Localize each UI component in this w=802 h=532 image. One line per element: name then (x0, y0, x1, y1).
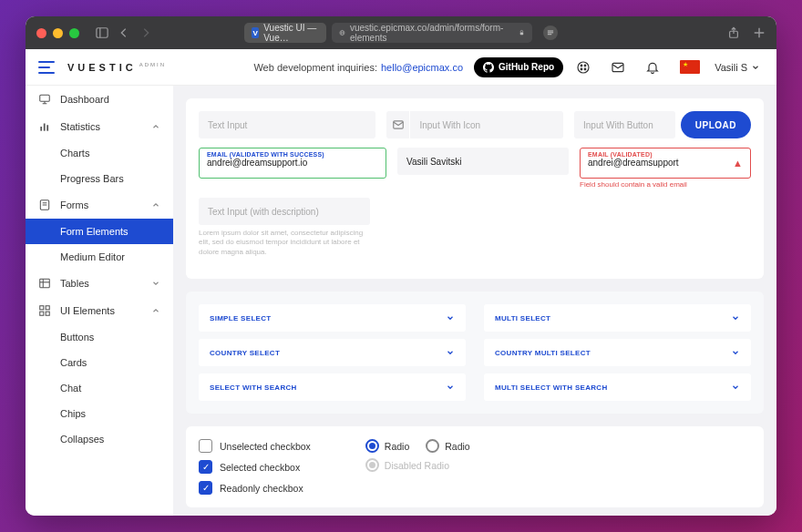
selects-card: SIMPLE SELECT MULTI SELECT COUNTRY SELEC… (186, 292, 764, 414)
multi-select-with-search[interactable]: MULTI SELECT WITH SEARCH (484, 373, 751, 401)
svg-rect-19 (40, 95, 50, 101)
checkbox-readonly[interactable]: ✓Readonly checkbox (199, 481, 311, 495)
sidebar-toggle-icon[interactable] (96, 26, 108, 39)
reader-icon[interactable] (543, 26, 558, 40)
browser-tab-2[interactable]: vuestic.epicmax.co/admin/forms/form-elem… (332, 23, 532, 43)
language-flag[interactable] (680, 60, 700, 74)
logo: VUESTICADMIN (67, 62, 166, 73)
sidebar-item-chat[interactable]: Chat (26, 375, 173, 401)
bars-icon (38, 120, 51, 133)
chevron-down-icon (151, 279, 160, 288)
browser-tab-1[interactable]: V Vuestic UI — Vue… (244, 23, 326, 43)
chevron-down-icon (731, 348, 740, 357)
inquiry-email-link[interactable]: hello@epicmax.co (381, 62, 463, 73)
sidebar-item-dashboard[interactable]: Dashboard (26, 86, 173, 113)
name-input[interactable] (397, 148, 569, 175)
country-select[interactable]: COUNTRY SELECT (199, 339, 466, 366)
checks-card: Unselected checkbox ✓Selected checkbox ✓… (186, 426, 764, 507)
text-input[interactable] (199, 111, 375, 138)
share-icon[interactable] (727, 26, 740, 39)
desc-input[interactable] (199, 198, 370, 225)
sidebar-item-progress-bars[interactable]: Progress Bars (26, 166, 173, 191)
sidebar-item-tables[interactable]: Tables (26, 270, 173, 297)
chevron-down-icon (446, 383, 455, 392)
sidebar-item-ui-elements[interactable]: UI Elements (26, 297, 173, 324)
favicon: V (252, 27, 259, 38)
grid-icon (38, 304, 51, 317)
table-icon (38, 277, 51, 290)
radio-disabled: Disabled Radio (365, 458, 470, 472)
close-window[interactable] (36, 28, 46, 38)
svg-rect-8 (548, 34, 551, 35)
multi-select[interactable]: MULTI SELECT (484, 304, 751, 332)
svg-rect-28 (40, 279, 50, 287)
checkbox-checked-icon: ✓ (199, 481, 212, 495)
chevron-up-icon (151, 306, 160, 315)
checkbox-unselected[interactable]: Unselected checkbox (199, 439, 311, 453)
svg-rect-34 (46, 312, 49, 315)
sidebar-item-cards[interactable]: Cards (26, 350, 173, 375)
user-menu[interactable]: Vasili S (715, 62, 760, 73)
svg-rect-31 (40, 306, 44, 310)
sidebar-item-statistics[interactable]: Statistics (26, 113, 173, 140)
svg-point-14 (581, 65, 582, 66)
forward-icon (139, 26, 152, 39)
zoom-window[interactable] (69, 28, 79, 38)
sidebar-item-charts[interactable]: Charts (26, 140, 173, 166)
select-with-search[interactable]: SELECT WITH SEARCH (199, 373, 466, 401)
app-header: VUESTICADMIN Web development inquiries: … (26, 49, 776, 86)
country-multi-select[interactable]: COUNTRY MULTI SELECT (484, 339, 751, 366)
mail-prefix-icon (386, 111, 409, 138)
input-with-icon[interactable] (410, 111, 563, 138)
sidebar-item-chips[interactable]: Chips (26, 401, 173, 426)
mail-icon[interactable] (611, 60, 625, 75)
radio-icon (426, 439, 439, 453)
checkbox-selected[interactable]: ✓Selected checkbox (199, 460, 311, 474)
svg-point-17 (584, 68, 586, 70)
email-success-field[interactable]: EMAIL (VALIDATED WITH SUCCESS) andrei@dr… (199, 148, 386, 179)
chevron-down-icon (446, 348, 455, 357)
simple-select[interactable]: SIMPLE SELECT (199, 304, 466, 332)
new-tab-icon[interactable] (753, 26, 766, 39)
window-controls (36, 28, 79, 38)
svg-rect-33 (40, 312, 44, 315)
lock-icon (519, 29, 525, 36)
app-window: V Vuestic UI — Vue… vuestic.epicmax.co/a… (26, 16, 776, 516)
inquiry-text: Web development inquiries: (253, 62, 377, 73)
radio-disabled-icon (365, 458, 379, 472)
chevron-down-icon (751, 63, 760, 72)
sidebar-item-medium-editor[interactable]: Medium Editor (26, 244, 173, 270)
sidebar-item-buttons[interactable]: Buttons (26, 324, 173, 350)
titlebar: V Vuestic UI — Vue… vuestic.epicmax.co/a… (26, 16, 776, 49)
svg-point-13 (578, 62, 589, 73)
github-icon (483, 62, 494, 73)
menu-toggle[interactable] (38, 61, 55, 74)
upload-button[interactable]: UPLOAD (681, 111, 751, 138)
sidebar-item-forms[interactable]: Forms (26, 191, 173, 219)
radio-unselected[interactable]: Radio (426, 439, 469, 453)
minimize-window[interactable] (53, 28, 63, 38)
chevron-up-icon (151, 200, 160, 210)
email-error-field[interactable]: EMAIL (VALIDATED) andrei@dreamsupport ▲ (580, 148, 751, 179)
theme-icon[interactable] (576, 60, 591, 75)
input-with-button[interactable] (574, 111, 675, 138)
checkbox-icon (199, 439, 212, 453)
bell-icon[interactable] (645, 60, 660, 75)
globe-icon (339, 29, 345, 36)
checkbox-checked-icon: ✓ (199, 460, 212, 474)
monitor-icon (38, 93, 51, 106)
back-icon[interactable] (118, 26, 130, 39)
svg-rect-7 (548, 32, 553, 33)
svg-rect-22 (40, 127, 42, 131)
sidebar: Dashboard Statistics Charts Progress Bar… (26, 86, 173, 516)
tab-label: Vuestic UI — Vue… (263, 23, 319, 43)
sidebar-item-collapses[interactable]: Collapses (26, 426, 173, 452)
radio-checked-icon (365, 439, 379, 453)
radio-selected[interactable]: Radio (365, 439, 409, 453)
sidebar-item-form-elements[interactable]: Form Elements (26, 219, 173, 244)
svg-rect-0 (97, 28, 108, 38)
chevron-down-icon (446, 313, 455, 322)
svg-rect-6 (548, 31, 553, 32)
github-repo-button[interactable]: GitHub Repo (474, 57, 563, 77)
chevron-down-icon (731, 313, 740, 322)
